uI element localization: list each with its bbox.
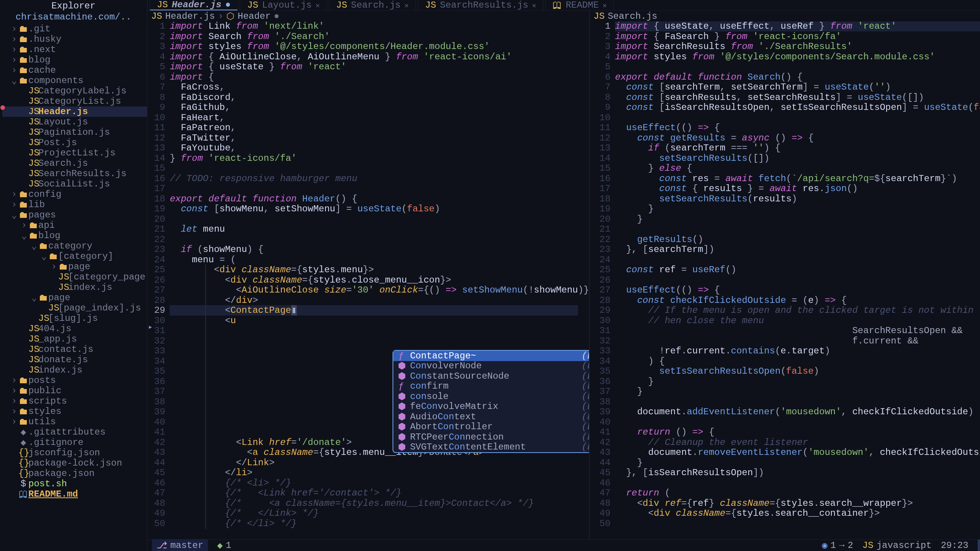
- right-editor-pane[interactable]: JS Search.js 123456789101112131415161718…: [590, 11, 980, 540]
- tree-label: CategoryList.js: [38, 96, 121, 106]
- close-icon[interactable]: ✕: [316, 1, 320, 10]
- close-icon[interactable]: ✕: [603, 1, 607, 10]
- tree-item-components[interactable]: ⌄🖿components: [2, 75, 147, 86]
- tree-item-pages[interactable]: ⌄🖿pages: [2, 210, 147, 220]
- explorer-sidebar: Explorer chrisatmachine.com/.. ›🖿.git›🖿.…: [0, 0, 147, 551]
- completion-kind-icon: ⬢: [398, 371, 405, 382]
- tree-item-api[interactable]: ›🖿api: [2, 220, 147, 231]
- tree-item--gitignore[interactable]: ◆.gitignore: [2, 437, 147, 448]
- tree-item--category-[interactable]: ⌄🖿[category]: [2, 251, 147, 262]
- js-icon: JS: [28, 96, 38, 106]
- tree-item-ProjectList-js[interactable]: JSProjectList.js: [2, 148, 147, 158]
- tree-item-posts[interactable]: ›🖿posts: [2, 375, 147, 386]
- tree-item-public[interactable]: ›🖿public: [2, 386, 147, 396]
- tree-item-Post-js[interactable]: JSPost.js: [2, 137, 147, 148]
- tree-item-index-js[interactable]: JSindex.js: [2, 282, 147, 293]
- file-tree[interactable]: ›🖿.git›🖿.husky›🖿.next›🖿blog›🖿cache⌄🖿comp…: [0, 24, 147, 551]
- tree-item-Header-js[interactable]: JSHeader.js: [2, 106, 147, 117]
- tab-Search-js[interactable]: JSSearch.js✕: [329, 0, 416, 10]
- completion-item[interactable]: ⬢RTCPeerConnection(LSP): [393, 432, 589, 442]
- tree-item-Pagination-js[interactable]: JSPagination.js: [2, 127, 147, 137]
- tree-item-package-json[interactable]: {}package.json: [2, 468, 147, 479]
- lsp-status-segment[interactable]: ◉ 1 → 2: [822, 540, 853, 551]
- breadcrumb-left[interactable]: JS Header.js › ⬡ Header ●: [147, 11, 589, 21]
- tree-item-category[interactable]: ⌄🖿category: [2, 241, 147, 251]
- close-icon[interactable]: ✕: [404, 1, 409, 10]
- completion-popup[interactable]: ƒContactPage~(LSP)⬢ConvolverNode(LSP)⬢Co…: [393, 350, 589, 453]
- completion-item[interactable]: ⬢AbortController(LSP): [393, 422, 589, 432]
- tree-item-blog[interactable]: ⌄🖿blog: [2, 231, 147, 241]
- project-path[interactable]: chrisatmachine.com/..: [0, 12, 147, 24]
- tree-item-README-md[interactable]: 🕮README.md: [2, 489, 147, 499]
- completion-item[interactable]: ƒconfirm(LSP): [393, 381, 589, 392]
- tree-item-CategoryList-js[interactable]: JSCategoryList.js: [2, 96, 147, 106]
- completion-item[interactable]: ⬢AudioContext(LSP): [393, 412, 589, 422]
- completion-label: AbortController: [410, 422, 493, 432]
- git-branch-segment[interactable]: ⎇ master: [152, 539, 208, 551]
- chevron-icon: ⌄: [40, 251, 48, 262]
- tree-item-cache[interactable]: ›🖿cache: [2, 65, 147, 75]
- cursor-position[interactable]: 29:23: [941, 540, 969, 551]
- tree-item-page[interactable]: ›🖿page: [2, 262, 147, 272]
- tab-SearchResults-js[interactable]: JSSearchResults.js✕: [418, 0, 543, 10]
- tree-item-SearchResults-js[interactable]: JSSearchResults.js: [2, 168, 147, 179]
- tree-item--page_index--js[interactable]: JS[page_index].js: [2, 303, 147, 313]
- completion-item[interactable]: ⬢ConstantSourceNode(LSP): [393, 371, 589, 381]
- folder-icon: 🖿: [18, 406, 28, 417]
- explorer-title: Explorer: [0, 0, 147, 12]
- language-segment[interactable]: JS javascript: [862, 540, 932, 551]
- line-gutter: 1234567891011121314151617181920212223242…: [147, 21, 170, 540]
- tree-item-index-js[interactable]: JSindex.js: [2, 365, 147, 375]
- completion-item[interactable]: ⬢SVGTextContentElement(LSP): [393, 442, 589, 453]
- completion-source: (LSP): [582, 442, 589, 452]
- completion-kind-icon: ⬢: [398, 441, 405, 453]
- tab-Layout-js[interactable]: JSLayout.js✕: [240, 0, 326, 10]
- js-icon: JS: [48, 303, 58, 313]
- tree-item--next[interactable]: ›🖿.next: [2, 44, 147, 55]
- completion-item[interactable]: ƒContactPage~(LSP): [393, 351, 589, 361]
- js-icon: JS: [247, 0, 258, 10]
- tab-bar[interactable]: JSHeader.js●JSLayout.js✕JSSearch.js✕JSSe…: [147, 0, 980, 11]
- tree-item-scripts[interactable]: ›🖿scripts: [2, 396, 147, 406]
- tree-item-SocialList-js[interactable]: JSSocialList.js: [2, 179, 147, 189]
- tree-item-config[interactable]: ›🖿config: [2, 189, 147, 199]
- tree-item-page[interactable]: ⌄🖿page: [2, 293, 147, 303]
- scroll-position[interactable]: Top/184: [978, 540, 980, 551]
- tree-item--husky[interactable]: ›🖿.husky: [2, 34, 147, 44]
- tree-item-Search-js[interactable]: JSSearch.js: [2, 158, 147, 168]
- tree-item--gitattributes[interactable]: ◆.gitattributes: [2, 427, 147, 437]
- tree-item-donate-js[interactable]: JSdonate.js: [2, 355, 147, 365]
- code-content[interactable]: import { useState, useEffect, useRef } f…: [615, 21, 980, 540]
- tree-item-post-sh[interactable]: $post.sh: [2, 479, 147, 489]
- folder-icon: 🖿: [18, 199, 28, 210]
- tree-item-Layout-js[interactable]: JSLayout.js: [2, 117, 147, 127]
- json-icon: {}: [18, 448, 28, 458]
- diagnostics-segment[interactable]: ◆ 1: [217, 540, 231, 551]
- close-icon[interactable]: ✕: [532, 1, 536, 10]
- tree-item-404-js[interactable]: JS404.js: [2, 324, 147, 334]
- tree-item--slug--js[interactable]: JS[slug].js: [2, 313, 147, 324]
- tree-item-contact-js[interactable]: JScontact.js: [2, 344, 147, 355]
- tree-item-package-lock-json[interactable]: {}package-lock.json: [2, 458, 147, 468]
- branch-name: master: [170, 540, 203, 551]
- tab-README[interactable]: 🕮README✕: [545, 0, 614, 10]
- tree-label: Layout.js: [38, 117, 88, 127]
- tree-item-styles[interactable]: ›🖿styles: [2, 406, 147, 417]
- completion-item[interactable]: ⬢ConvolverNode(LSP): [393, 361, 589, 371]
- tree-item--git[interactable]: ›🖿.git: [2, 24, 147, 34]
- folder-icon: 🖿: [18, 396, 28, 407]
- tree-item-_app-js[interactable]: JS_app.js: [2, 334, 147, 344]
- tab-Header-js[interactable]: JSHeader.js●: [150, 0, 238, 10]
- tree-item-CategoryLabel-js[interactable]: JSCategoryLabel.js: [2, 86, 147, 96]
- tree-item-lib[interactable]: ›🖿lib: [2, 199, 147, 210]
- tree-item--category_page[interactable]: JS[category_page: [2, 272, 147, 282]
- tree-item-utils[interactable]: ›🖿utils: [2, 417, 147, 427]
- breadcrumb-right[interactable]: JS Search.js: [590, 11, 980, 21]
- tree-item-jsconfig-json[interactable]: {}jsconfig.json: [2, 448, 147, 458]
- completion-item[interactable]: ⬢feConvolveMatrix(LSP): [393, 402, 589, 412]
- left-editor-pane[interactable]: ▸ JS Header.js › ⬡ Header ● 123456789101…: [147, 11, 590, 540]
- completion-item[interactable]: ⬢console(LSP): [393, 391, 589, 402]
- code-content[interactable]: import Link from 'next/link' import Sear…: [170, 21, 589, 540]
- tree-item-blog[interactable]: ›🖿blog: [2, 55, 147, 65]
- js-icon: JS: [28, 168, 38, 179]
